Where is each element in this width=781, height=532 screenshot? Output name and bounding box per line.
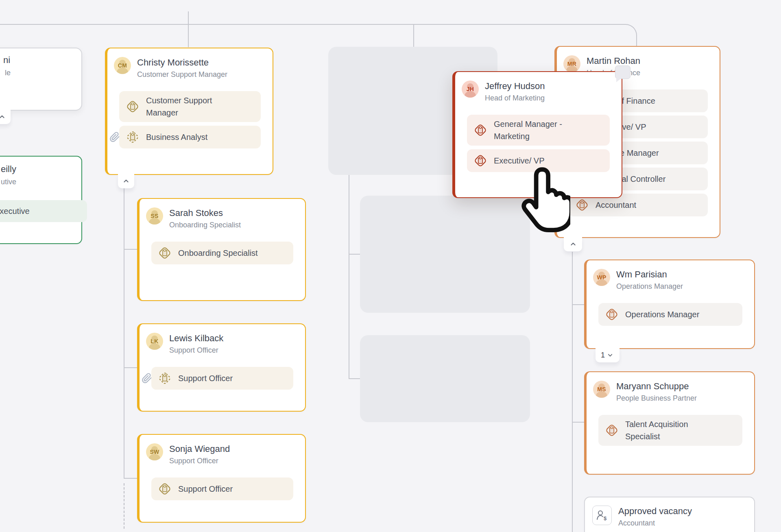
connector-stub-placeholder3 <box>349 378 360 379</box>
avatar: JH <box>462 81 479 98</box>
role-clipboard-dashed-icon <box>157 370 173 386</box>
connector-left-chain <box>124 188 124 478</box>
connector-stub-sarah <box>124 249 137 250</box>
person-role: People Business Partner <box>616 393 697 403</box>
role-clipboard-icon <box>472 122 489 138</box>
drop-placeholder <box>360 196 530 313</box>
person-card-christy-morissette[interactable]: CM Christy Morissette Customer Support M… <box>105 48 273 175</box>
attachment-paperclip-icon <box>142 373 152 384</box>
connector-stub-maryann <box>572 422 584 423</box>
person-name: Sarah Stokes <box>169 207 241 219</box>
person-role: utive <box>1 178 16 186</box>
chevron-up-icon <box>0 112 7 121</box>
role-tag[interactable]: Customer Support Manager <box>119 91 261 122</box>
person-card-sarah-stokes[interactable]: SS Sarah Stokes Onboarding Specialist On… <box>137 198 306 301</box>
connector-trunk <box>0 24 637 47</box>
person-name: Maryann Schuppe <box>616 381 697 392</box>
avatar: MR <box>563 55 580 72</box>
person-name: Sonja Wiegand <box>169 443 230 455</box>
approved-vacancy-card[interactable]: $ Approved vacancy Accountant <box>584 497 755 532</box>
comment-indicator-icon[interactable] <box>615 65 630 79</box>
role-tag[interactable]: Support Officer <box>151 367 293 390</box>
person-name: Jeffrey Hudson <box>485 81 545 92</box>
person-card-cropped-green[interactable]: eilly utive Executive <box>0 156 82 244</box>
avatar: CM <box>114 57 131 74</box>
collapse-toggle[interactable] <box>118 174 134 188</box>
connector-drop-placeholder <box>413 24 414 47</box>
connector-stub-wm <box>572 304 584 305</box>
role-clipboard-icon <box>472 153 489 169</box>
person-role: le <box>5 69 11 77</box>
role-tag[interactable]: Talent Acquisition Specialist <box>598 415 742 446</box>
avatar: MS <box>593 381 610 398</box>
role-clipboard-icon <box>604 422 620 438</box>
svg-text:$: $ <box>604 515 607 521</box>
attachment-paperclip-icon <box>109 132 120 142</box>
connector-collapsed-dashed <box>124 483 124 529</box>
connector-stub-sonja <box>124 478 137 479</box>
person-role: Customer Support Manager <box>137 69 227 80</box>
collapse-toggle[interactable] <box>0 109 11 124</box>
person-role: Support Officer <box>169 456 230 466</box>
avatar: SW <box>146 443 163 460</box>
person-name: Christy Morissette <box>137 57 227 68</box>
person-card-wm-parisian[interactable]: WP Wm Parisian Operations Manager Operat… <box>584 259 755 349</box>
vacancy-person-dollar-icon: $ <box>592 506 612 525</box>
role-clipboard-icon <box>157 481 173 497</box>
chevron-up-icon <box>122 177 131 185</box>
role-clipboard-icon <box>604 306 620 323</box>
person-name: Wm Parisian <box>616 269 683 280</box>
person-card-maryann-schuppe[interactable]: MS Maryann Schuppe People Business Partn… <box>584 371 755 475</box>
drag-hand-cursor <box>515 164 570 242</box>
person-role: Onboarding Specialist <box>169 220 241 230</box>
person-name: Lewis Kilback <box>169 333 223 344</box>
connector-stub-placeholder2 <box>349 254 360 255</box>
person-name: eilly <box>1 164 16 174</box>
role-tag[interactable]: Business Analyst <box>119 126 261 148</box>
drop-placeholder <box>360 335 530 422</box>
role-clipboard-icon <box>157 245 173 261</box>
person-card-sonja-wiegand[interactable]: SW Sonja Wiegand Support Officer Support… <box>137 434 306 523</box>
role-tag[interactable]: Support Officer <box>151 477 293 500</box>
expand-children-toggle[interactable]: 1 <box>596 348 620 362</box>
person-name: ni <box>3 55 10 65</box>
person-role: Support Officer <box>169 345 223 355</box>
avatar: LK <box>146 333 163 350</box>
connector-center-chain <box>349 175 349 379</box>
role-clipboard-dashed-icon <box>124 129 141 145</box>
role-tag[interactable]: Operations Manager <box>598 303 742 326</box>
avatar: WP <box>593 269 610 286</box>
role-clipboard-icon <box>124 98 141 115</box>
role-tag[interactable]: Executive <box>0 200 87 222</box>
connector-right-chain <box>572 252 573 532</box>
person-name: Martin Rohan <box>587 55 640 67</box>
avatar: SS <box>146 207 163 225</box>
person-role: Operations Manager <box>616 281 683 292</box>
role-tag[interactable]: General Manager - Marketing <box>467 115 610 146</box>
chevron-down-icon <box>606 351 614 359</box>
vacancy-role: Accountant <box>618 518 692 528</box>
person-card-cropped[interactable]: ni le <box>0 48 82 111</box>
person-card-lewis-kilback[interactable]: LK Lewis Kilback Support Officer Support… <box>137 323 306 412</box>
connector-stub-lewis <box>124 367 137 368</box>
collapsed-count: 1 <box>601 351 605 360</box>
person-role: Head of Marketing <box>485 93 545 103</box>
role-clipboard-icon <box>574 197 590 213</box>
role-tag[interactable]: Onboarding Specialist <box>151 242 293 264</box>
vacancy-title: Approved vacancy <box>618 506 692 517</box>
